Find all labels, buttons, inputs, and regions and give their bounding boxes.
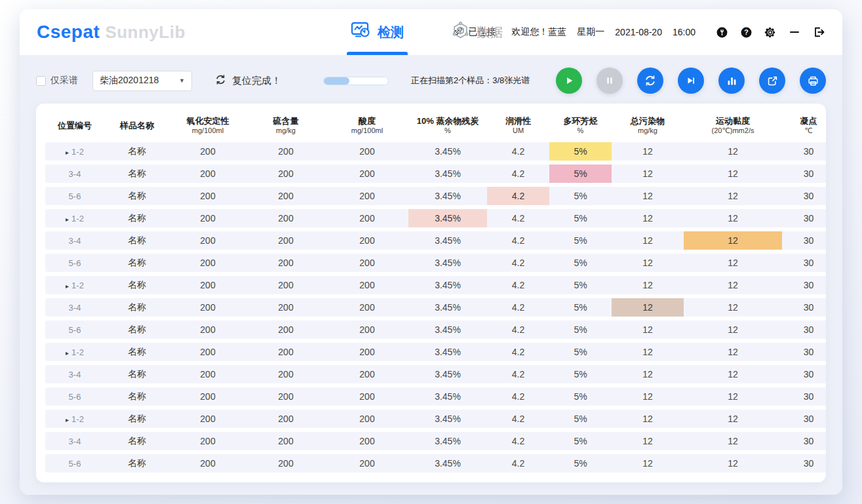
gear-icon[interactable] <box>764 26 777 39</box>
value-cell: 4.2 <box>487 365 549 383</box>
table-header-row: 位置编号样品名称氧化安定性mg/100ml硫含量mg/kg酸度mg/100ml1… <box>45 110 826 138</box>
table-row[interactable]: ▸1-2名称2002002003.45%4.25%121230 <box>45 343 826 361</box>
export-button[interactable] <box>759 68 785 94</box>
value-cell: 12 <box>612 165 684 183</box>
expand-arrow-icon[interactable]: ▸ <box>66 216 69 223</box>
value-cell: 12 <box>684 254 782 272</box>
value-cell: 200 <box>326 209 408 227</box>
table-row[interactable]: 5-6名称2002002003.45%4.25%121230 <box>45 187 826 205</box>
expand-arrow-icon[interactable]: ▸ <box>66 416 69 423</box>
value-cell: 200 <box>170 142 246 161</box>
value-cell: 200 <box>170 298 246 317</box>
refresh-icon <box>644 74 657 87</box>
value-cell: 12 <box>684 142 782 161</box>
value-cell: 12 <box>612 454 684 473</box>
exit-icon[interactable] <box>812 26 825 39</box>
reset-status-wrap: 复位完成！ <box>214 73 281 88</box>
table-row[interactable]: ▸1-2名称2002002003.45%4.25%121230 <box>45 209 826 227</box>
table-row[interactable]: 5-6名称2002002003.45%4.25%121230 <box>45 320 826 339</box>
value-cell: 12 <box>684 343 782 361</box>
hexagon-cube-icon <box>451 21 470 43</box>
value-cell: 30 <box>782 454 826 473</box>
spectra-only-checkbox[interactable] <box>36 76 46 86</box>
position-cell: 5-6 <box>45 387 104 406</box>
value-cell: 3.45% <box>408 410 487 428</box>
value-cell: 12 <box>684 165 782 183</box>
expand-arrow-icon[interactable]: ▸ <box>66 282 69 290</box>
app-window: Csepat SunnyLib 检测 <box>20 9 842 495</box>
tab-detection[interactable]: 检测 <box>351 9 404 55</box>
sample-select[interactable]: 柴油20201218 ▼ <box>92 71 192 91</box>
help-icon[interactable]: ? <box>739 26 753 39</box>
scan-progress-bar <box>323 77 389 85</box>
value-cell: 200 <box>326 254 408 272</box>
action-button-group <box>556 68 826 94</box>
value-cell: 4.2 <box>487 387 549 406</box>
value-cell: 30 <box>782 254 826 272</box>
value-cell: 200 <box>326 432 408 450</box>
value-cell: 12 <box>684 209 782 227</box>
value-cell: 4.2 <box>487 454 549 473</box>
table-row[interactable]: 3-4名称2002002003.45%4.25%121230 <box>45 298 826 317</box>
table-row[interactable]: ▸1-2名称2002002003.45%4.25%121230 <box>45 276 826 294</box>
refresh-button[interactable] <box>637 68 663 94</box>
position-cell: 3-4 <box>45 231 104 250</box>
value-cell: 12 <box>612 387 684 406</box>
print-button[interactable] <box>800 68 826 94</box>
tab-data[interactable]: 数据 <box>451 9 503 55</box>
table-row[interactable]: 3-4名称2002002003.45%4.25%121230 <box>45 365 826 383</box>
value-cell: 200 <box>246 320 326 339</box>
expand-arrow-icon[interactable]: ▸ <box>66 149 69 156</box>
sample-name-cell: 名称 <box>104 231 170 250</box>
tab-detection-label: 检测 <box>378 24 404 41</box>
sample-name-cell: 名称 <box>104 165 170 183</box>
header-icon-group: ? <box>715 26 825 39</box>
value-cell: 200 <box>246 276 326 294</box>
value-cell: 4.2 <box>487 209 549 227</box>
value-cell: 30 <box>782 410 826 428</box>
spectra-only-checkbox-wrap[interactable]: 仅采谱 <box>36 75 78 87</box>
table-row[interactable]: 3-4名称2002002003.45%4.25%121230 <box>45 165 826 183</box>
value-cell: 12 <box>612 365 684 383</box>
value-cell: 12 <box>612 276 684 294</box>
value-cell: 200 <box>246 410 326 428</box>
scan-status-text: 正在扫描第2个样品：3/8张光谱 <box>411 75 530 87</box>
value-cell: 200 <box>326 231 408 250</box>
table-row[interactable]: 3-4名称2002002003.45%4.25%121230 <box>45 432 826 450</box>
value-cell: 5% <box>549 454 612 473</box>
value-cell: 30 <box>782 165 826 183</box>
table-row[interactable]: 3-4名称2002002003.45%4.25%121230 <box>45 231 826 250</box>
value-cell: 200 <box>170 410 246 428</box>
start-button[interactable] <box>556 68 582 94</box>
sample-name-cell: 名称 <box>104 343 170 361</box>
tool-icon[interactable] <box>715 26 728 39</box>
skip-next-button[interactable] <box>678 68 704 94</box>
table-body: ▸1-2名称2002002003.45%4.25%1212303-4名称2002… <box>45 142 826 473</box>
value-cell: 200 <box>326 276 408 294</box>
position-cell: 5-6 <box>45 454 104 473</box>
value-cell: 5% <box>549 387 612 406</box>
pause-button[interactable] <box>597 68 623 94</box>
welcome-text: 欢迎您！蓝蓝 <box>511 26 566 38</box>
sample-name-cell: 名称 <box>104 432 170 450</box>
column-header-4: 酸度mg/100ml <box>326 110 408 138</box>
minimize-icon[interactable] <box>788 26 801 39</box>
table-row[interactable]: 5-6名称2002002003.45%4.25%121230 <box>45 454 826 473</box>
table-row[interactable]: 5-6名称2002002003.45%4.25%121230 <box>45 387 826 406</box>
table-row[interactable]: ▸1-2名称2002002003.45%4.25%121230 <box>45 142 826 161</box>
reset-refresh-icon[interactable] <box>214 73 227 88</box>
expand-arrow-icon[interactable]: ▸ <box>66 349 69 357</box>
value-cell: 4.2 <box>487 320 549 339</box>
table-row[interactable]: 5-6名称2002002003.45%4.25%121230 <box>45 254 826 272</box>
position-cell: ▸1-2 <box>45 276 104 294</box>
results-table-card: 位置编号样品名称氧化安定性mg/100ml硫含量mg/kg酸度mg/100ml1… <box>36 104 826 482</box>
table-row[interactable]: ▸1-2名称2002002003.45%4.25%121230 <box>45 410 826 428</box>
tab-data-label: 数据 <box>477 24 503 41</box>
value-cell: 3.45% <box>408 365 487 383</box>
position-cell: ▸1-2 <box>45 209 104 227</box>
value-cell: 3.45% <box>408 187 487 205</box>
value-cell: 200 <box>326 387 408 406</box>
value-cell: 200 <box>246 298 326 317</box>
chart-button[interactable] <box>718 68 745 94</box>
sample-name-cell: 名称 <box>104 276 170 294</box>
